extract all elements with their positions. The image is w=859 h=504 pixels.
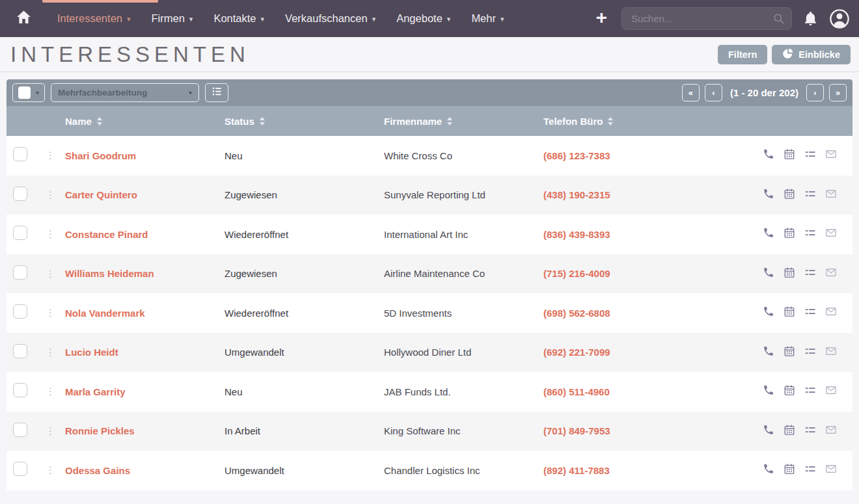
sort-icon[interactable] [97, 117, 102, 126]
row-menu-icon[interactable]: ⋮ [38, 347, 65, 358]
calendar-icon[interactable] [784, 306, 795, 320]
row-menu-icon[interactable]: ⋮ [38, 189, 65, 201]
calendar-icon[interactable] [784, 188, 795, 202]
insights-button[interactable]: Einblicke [772, 45, 851, 64]
list-view-button[interactable] [205, 83, 228, 102]
column-header-telefon-buero[interactable]: Telefon Büro [543, 116, 755, 127]
home-button[interactable] [9, 9, 38, 28]
lead-phone-link[interactable]: (860) 511-4960 [543, 386, 755, 397]
email-icon[interactable] [825, 345, 837, 360]
lead-name-link[interactable]: Carter Quintero [65, 189, 225, 200]
tasks-icon[interactable] [804, 306, 816, 320]
row-menu-icon[interactable]: ⋮ [38, 150, 65, 161]
lead-name-link[interactable]: Ronnie Pickles [65, 425, 225, 436]
calendar-icon[interactable] [784, 148, 795, 163]
row-checkbox[interactable] [13, 462, 27, 476]
lead-name-link[interactable]: Odessa Gains [65, 465, 225, 476]
calendar-icon[interactable] [784, 463, 795, 477]
row-checkbox[interactable] [13, 226, 27, 240]
row-checkbox[interactable] [13, 383, 27, 397]
sort-icon[interactable] [447, 117, 452, 126]
quick-create-button[interactable]: + [592, 8, 611, 30]
nav-item-interessenten[interactable]: Interessenten ▾ [49, 0, 139, 37]
lead-phone-link[interactable]: (686) 123-7383 [543, 150, 755, 161]
select-all-dropdown[interactable]: ▾ [12, 83, 45, 102]
row-menu-icon[interactable]: ⋮ [38, 307, 65, 319]
email-icon[interactable] [825, 384, 837, 399]
email-icon[interactable] [825, 148, 837, 163]
lead-phone-link[interactable]: (892) 411-7883 [543, 465, 755, 476]
filter-button[interactable]: Filtern [718, 45, 767, 64]
lead-phone-link[interactable]: (438) 190-2315 [543, 189, 755, 200]
phone-icon[interactable] [763, 306, 774, 320]
tasks-icon[interactable] [804, 188, 816, 202]
lead-phone-link[interactable]: (701) 849-7953 [543, 425, 755, 436]
row-checkbox[interactable] [13, 304, 27, 319]
tasks-icon[interactable] [804, 345, 816, 360]
row-checkbox[interactable] [13, 344, 27, 358]
row-menu-icon[interactable]: ⋮ [38, 268, 65, 280]
lead-name-link[interactable]: Nola Vandermark [65, 308, 225, 319]
column-header-name[interactable]: Name [65, 116, 225, 127]
email-icon[interactable] [825, 424, 837, 438]
row-menu-icon[interactable]: ⋮ [38, 228, 65, 240]
email-icon[interactable] [825, 227, 837, 241]
calendar-icon[interactable] [784, 424, 795, 438]
lead-name-link[interactable]: Shari Goodrum [65, 150, 225, 161]
mass-edit-dropdown[interactable]: Mehrfachbearbeitung ▾ [51, 83, 199, 102]
row-checkbox[interactable] [13, 265, 27, 280]
nav-item-kontakte[interactable]: Kontakte ▾ [206, 0, 272, 37]
prev-page-button[interactable]: ‹ [705, 84, 722, 101]
row-menu-icon[interactable]: ⋮ [38, 425, 65, 437]
phone-icon[interactable] [763, 384, 774, 399]
email-icon[interactable] [825, 188, 837, 202]
lead-name-link[interactable]: Constance Pinard [65, 229, 225, 240]
row-checkbox[interactable] [13, 147, 27, 161]
sort-icon[interactable] [260, 117, 265, 126]
first-page-button[interactable]: « [682, 84, 700, 101]
email-icon[interactable] [825, 306, 837, 320]
phone-icon[interactable] [763, 424, 774, 438]
row-menu-icon[interactable]: ⋮ [38, 386, 65, 397]
tasks-icon[interactable] [804, 424, 816, 438]
nav-item-firmen[interactable]: Firmen ▾ [144, 0, 201, 37]
calendar-icon[interactable] [784, 227, 795, 241]
column-header-status[interactable]: Status [225, 116, 384, 127]
tasks-icon[interactable] [804, 227, 816, 241]
lead-name-link[interactable]: Williams Heideman [65, 268, 225, 279]
tasks-icon[interactable] [804, 384, 816, 399]
user-avatar[interactable] [829, 8, 850, 29]
nav-item-mehr[interactable]: Mehr ▾ [463, 0, 511, 37]
lead-phone-link[interactable]: (715) 216-4009 [543, 268, 755, 279]
tasks-icon[interactable] [804, 267, 816, 281]
lead-phone-link[interactable]: (698) 562-6808 [543, 308, 755, 319]
notifications-bell-icon[interactable] [802, 10, 819, 27]
email-icon[interactable] [825, 267, 837, 281]
phone-icon[interactable] [763, 463, 774, 477]
tasks-icon[interactable] [804, 463, 816, 477]
search-icon[interactable] [772, 12, 785, 27]
email-icon[interactable] [825, 463, 837, 477]
select-all-checkbox[interactable] [18, 86, 31, 99]
lead-phone-link[interactable]: (836) 439-8393 [543, 229, 755, 240]
next-page-button[interactable]: › [806, 84, 824, 101]
phone-icon[interactable] [763, 148, 774, 163]
row-checkbox[interactable] [13, 423, 27, 437]
lead-name-link[interactable]: Lucio Heidt [65, 347, 225, 358]
calendar-icon[interactable] [784, 267, 795, 281]
calendar-icon[interactable] [784, 345, 795, 360]
phone-icon[interactable] [763, 227, 774, 241]
row-checkbox[interactable] [13, 187, 27, 201]
lead-name-link[interactable]: Marla Garrity [65, 386, 225, 397]
last-page-button[interactable]: » [829, 84, 847, 101]
phone-icon[interactable] [763, 345, 774, 360]
sort-icon[interactable] [608, 117, 613, 126]
phone-icon[interactable] [763, 188, 774, 202]
search-input[interactable] [621, 7, 792, 30]
column-header-firmenname[interactable]: Firmenname [384, 116, 543, 127]
nav-item-angebote[interactable]: Angebote ▾ [389, 0, 458, 37]
phone-icon[interactable] [763, 267, 774, 281]
lead-phone-link[interactable]: (692) 221-7099 [543, 347, 755, 358]
calendar-icon[interactable] [784, 384, 795, 399]
nav-item-verkaufschancen[interactable]: Verkaufschancen ▾ [277, 0, 383, 37]
